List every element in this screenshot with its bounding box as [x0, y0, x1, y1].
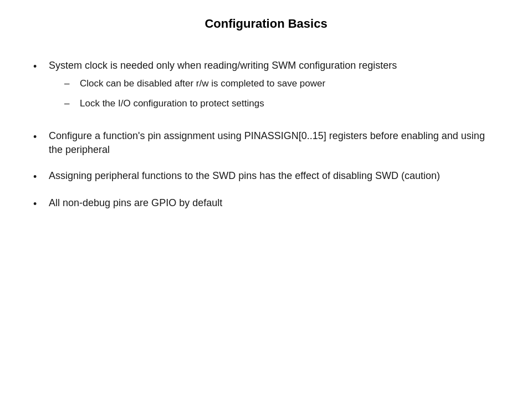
- bullet-dot-4: •: [33, 197, 44, 211]
- sub-text-1-1: Clock can be disabled after r/w is compl…: [80, 77, 325, 90]
- sub-item-1-2: – Lock the I/O configuration to protect …: [64, 97, 397, 110]
- sub-item-1-1: – Clock can be disabled after r/w is com…: [64, 77, 397, 90]
- bullet-item-1-content: System clock is needed only when reading…: [49, 59, 397, 117]
- sub-text-1-2: Lock the I/O configuration to protect se…: [80, 97, 264, 110]
- sub-dash-1-1: –: [64, 77, 76, 90]
- bullet-item-4: • All non-debug pins are GPIO by default: [33, 196, 499, 211]
- bullet-item-3: • Assigning peripheral functions to the …: [33, 169, 499, 184]
- page-title: Configuration Basics: [33, 11, 499, 48]
- page: Configuration Basics • System clock is n…: [0, 0, 532, 399]
- bullet-item-2: • Configure a function's pin assignment …: [33, 129, 499, 157]
- bullet-dot-2: •: [33, 130, 44, 144]
- bullet-dot-1: •: [33, 60, 44, 74]
- content-area: • System clock is needed only when readi…: [33, 48, 499, 377]
- bullet-dot-3: •: [33, 170, 44, 184]
- bullet-item-1: • System clock is needed only when readi…: [33, 59, 499, 117]
- bullet-text-2: Configure a function's pin assignment us…: [49, 129, 499, 157]
- sub-items-1: – Clock can be disabled after r/w is com…: [64, 77, 397, 110]
- bullet-text-3: Assigning peripheral functions to the SW…: [49, 169, 440, 183]
- sub-dash-1-2: –: [64, 97, 76, 110]
- bullet-text-1: System clock is needed only when reading…: [49, 60, 397, 71]
- bullet-text-4: All non-debug pins are GPIO by default: [49, 196, 222, 210]
